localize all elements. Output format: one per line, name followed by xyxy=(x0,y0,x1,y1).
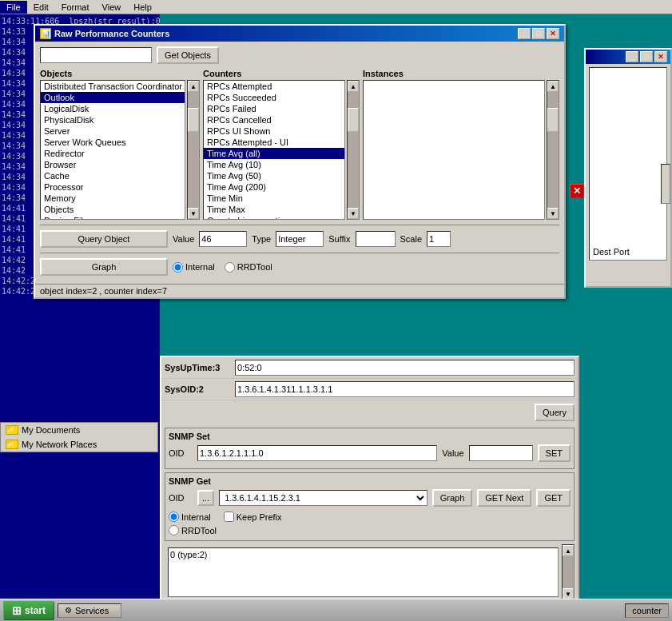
taskbar-item-services[interactable]: ⚙ Services xyxy=(58,603,121,618)
output-scrollbar[interactable]: ▲ ▼ xyxy=(562,544,575,600)
maximize-button[interactable]: □ xyxy=(532,28,545,39)
instances-listbox[interactable] xyxy=(363,80,545,220)
my-documents-item[interactable]: 📁 My Documents xyxy=(1,423,157,437)
menu-view[interactable]: View xyxy=(96,1,128,14)
list-item[interactable]: Cache xyxy=(41,170,185,181)
scroll-up-button[interactable]: ▲ xyxy=(563,545,574,556)
scroll-up-button[interactable]: ▲ xyxy=(547,81,559,92)
scroll-track xyxy=(188,92,199,208)
list-item-selected[interactable]: Outlook xyxy=(41,92,185,103)
list-columns: Distributed Transaction Coordinator Outl… xyxy=(40,80,559,220)
get-radio-internal[interactable] xyxy=(169,512,179,522)
menu-edit[interactable]: Edit xyxy=(27,1,55,14)
list-item[interactable]: RPCs Failed xyxy=(204,103,344,114)
list-item[interactable]: RPCs Attempted - UI xyxy=(204,137,344,148)
instances-scrollbar[interactable]: ▲ ▼ xyxy=(547,80,559,220)
list-item[interactable]: Browser xyxy=(41,159,185,170)
menu-file[interactable]: File xyxy=(0,1,27,14)
perf-window-controls: _ □ ✕ xyxy=(518,28,559,39)
output-area-container: 0 (type:2) ▲ ▼ xyxy=(165,544,575,600)
scroll-down-button[interactable]: ▼ xyxy=(348,208,359,219)
scroll-up-button[interactable]: ▲ xyxy=(348,81,359,92)
scroll-track xyxy=(563,556,574,588)
objects-listbox[interactable]: Distributed Transaction Coordinator Outl… xyxy=(40,80,185,220)
snmp-graph-button[interactable]: Graph xyxy=(432,489,473,507)
list-item[interactable]: Paging File xyxy=(41,215,185,220)
scale-input[interactable] xyxy=(427,231,451,247)
list-item[interactable]: Time Max xyxy=(204,204,344,215)
set-value-input[interactable] xyxy=(469,445,533,461)
taskbar: ⊞ start ⚙ Services counter xyxy=(0,599,672,621)
graph-button[interactable]: Graph xyxy=(40,258,168,276)
list-item[interactable]: RPCs Attempted xyxy=(204,81,344,92)
counters-listbox[interactable]: RPCs Attempted RPCs Succeeded RPCs Faile… xyxy=(203,80,345,220)
my-network-places-item[interactable]: 📁 My Network Places xyxy=(1,437,157,452)
scroll-down-button[interactable]: ▼ xyxy=(563,588,574,599)
scroll-thumb[interactable] xyxy=(348,108,359,132)
folder-icon: 📁 xyxy=(6,440,18,449)
scroll-down-button[interactable]: ▼ xyxy=(547,208,559,219)
list-item[interactable]: Time Avg (200) xyxy=(204,181,344,193)
snmp-panel: SysUpTime:3 SysOID:2 Query SNMP Set OID … xyxy=(160,356,579,605)
computer-name-input[interactable] xyxy=(40,47,152,63)
list-item-selected[interactable]: Time Avg (all) xyxy=(204,148,344,159)
scroll-thumb[interactable] xyxy=(547,108,559,132)
list-item[interactable]: Distributed Transaction Coordinator xyxy=(41,81,185,92)
keep-prefix-checkbox[interactable] xyxy=(224,512,234,522)
my-network-places-label: My Network Places xyxy=(22,440,97,449)
get-radio-rrdtool[interactable] xyxy=(169,525,179,535)
list-item[interactable]: RPCs Succeeded xyxy=(204,92,344,103)
list-item[interactable]: Objects xyxy=(41,204,185,215)
graph-radio-group: Internal RRDTool xyxy=(173,262,272,273)
menu-help[interactable]: Help xyxy=(127,1,158,14)
list-item[interactable]: Redirector xyxy=(41,148,185,159)
list-item[interactable]: PhysicalDisk xyxy=(41,114,185,125)
perf-window-content: Get Objects Objects Counters Instances D… xyxy=(35,42,564,284)
get-next-button[interactable]: GET Next xyxy=(477,489,531,507)
list-item[interactable]: Server xyxy=(41,125,185,137)
list-item[interactable]: Time Avg (50) xyxy=(204,170,344,181)
perf-counters-window: 📊 Raw Performance Counters _ □ ✕ Get Obj… xyxy=(34,24,566,299)
menu-format[interactable]: Format xyxy=(55,1,96,14)
minimize-button[interactable]: _ xyxy=(626,51,638,62)
suffix-input[interactable] xyxy=(356,231,396,247)
counters-scrollbar[interactable]: ▲ ▼ xyxy=(347,80,360,220)
set-button[interactable]: SET xyxy=(538,444,571,462)
list-item[interactable]: Server Work Queues xyxy=(41,137,185,148)
list-item[interactable]: Time Min xyxy=(204,193,344,204)
query-button[interactable]: Query xyxy=(535,404,575,421)
query-object-button[interactable]: Query Object xyxy=(40,230,168,248)
scroll-thumb[interactable] xyxy=(188,108,199,132)
close-overlay-button[interactable]: ✕ xyxy=(570,184,584,198)
list-item[interactable]: Processor xyxy=(41,181,185,193)
get-button[interactable]: GET xyxy=(536,489,571,507)
divider-1 xyxy=(40,225,559,225)
list-item[interactable]: Memory xyxy=(41,193,185,204)
get-objects-button[interactable]: Get Objects xyxy=(157,46,219,64)
start-label: start xyxy=(25,605,46,616)
maximize-button[interactable]: □ xyxy=(640,51,653,62)
scroll-up-button[interactable]: ▲ xyxy=(188,81,199,92)
objects-scrollbar[interactable]: ▲ ▼ xyxy=(187,80,200,220)
list-item[interactable]: RPCs UI Shown xyxy=(204,125,344,137)
value-input[interactable] xyxy=(199,231,247,247)
close-button[interactable]: ✕ xyxy=(654,51,667,62)
resize-handle[interactable] xyxy=(661,164,670,204)
radio-internal[interactable] xyxy=(173,262,183,273)
start-button[interactable]: ⊞ start xyxy=(3,601,54,620)
get-oid-browse-button[interactable]: ... xyxy=(197,490,214,506)
list-item[interactable]: LogicalDisk xyxy=(41,103,185,114)
get-oid-select[interactable]: 1.3.6.1.4.1.15.2.3.1 xyxy=(219,490,427,506)
value-label: Value xyxy=(173,234,194,244)
list-item[interactable]: Time Avg (10) xyxy=(204,159,344,170)
set-oid-input[interactable] xyxy=(197,445,437,461)
minimize-button[interactable]: _ xyxy=(518,28,531,39)
list-item[interactable]: Count,obj connection xyxy=(204,215,344,220)
my-documents-label: My Documents xyxy=(22,425,80,435)
list-item[interactable]: RPCs Cancelled xyxy=(204,114,344,125)
sysoid-input[interactable] xyxy=(235,381,575,397)
radio-rrdtool[interactable] xyxy=(225,262,235,273)
scroll-down-button[interactable]: ▼ xyxy=(188,208,199,219)
close-button[interactable]: ✕ xyxy=(547,28,559,39)
sysuptime-input[interactable] xyxy=(235,360,575,376)
